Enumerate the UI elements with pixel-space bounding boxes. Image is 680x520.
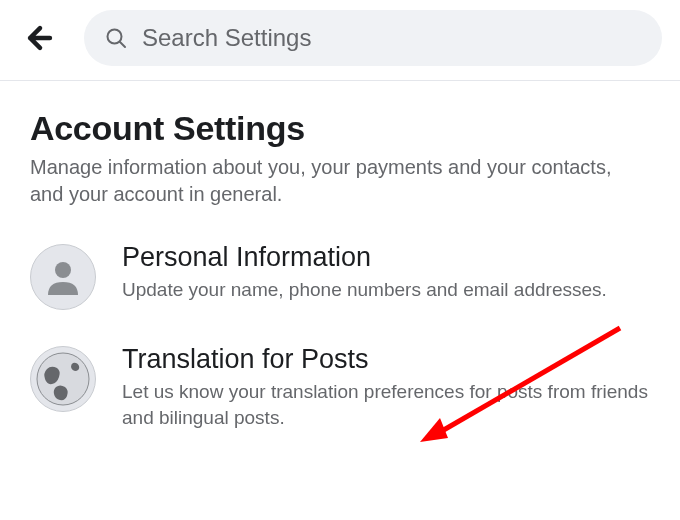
content: Account Settings Manage information abou… [0,81,680,430]
person-icon [30,244,96,310]
setting-personal-information[interactable]: Personal Information Update your name, p… [30,242,650,310]
setting-desc: Let us know your translation preferences… [122,379,650,430]
setting-desc: Update your name, phone numbers and emai… [122,277,650,303]
svg-point-2 [55,262,71,278]
back-arrow-icon [23,21,57,55]
header [0,0,680,80]
page-title: Account Settings [30,109,650,148]
search-icon [104,26,128,50]
setting-translation-for-posts[interactable]: Translation for Posts Let us know your t… [30,344,650,430]
setting-text: Personal Information Update your name, p… [122,242,650,303]
back-button[interactable] [18,16,62,60]
svg-line-1 [120,42,125,47]
page-subtitle: Manage information about you, your payme… [30,154,650,208]
globe-icon [30,346,96,412]
setting-title: Translation for Posts [122,344,650,375]
setting-text: Translation for Posts Let us know your t… [122,344,650,430]
search-input[interactable] [142,24,642,52]
setting-title: Personal Information [122,242,650,273]
search-bar[interactable] [84,10,662,66]
